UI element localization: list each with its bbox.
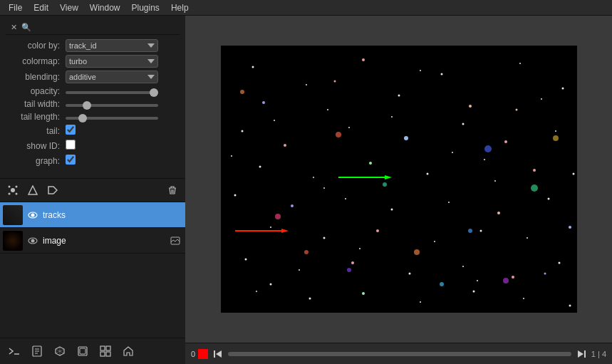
svg-point-37 [462, 123, 464, 125]
tracks-visibility-toggle[interactable] [26, 208, 40, 222]
tail-width-slider[interactable] [66, 104, 158, 107]
menu-file[interactable]: File [3, 1, 28, 14]
image-thumbnail [3, 231, 23, 251]
console-button[interactable] [4, 341, 24, 361]
labels-tool-button[interactable] [44, 182, 61, 199]
menu-edit[interactable]: Edit [28, 1, 54, 14]
image-layer-name: image [43, 236, 168, 246]
tail-length-slider[interactable] [66, 117, 158, 120]
svg-point-3 [9, 193, 11, 195]
opacity-slider[interactable] [66, 91, 158, 94]
svg-point-60 [244, 259, 247, 261]
menu-view[interactable]: View [54, 1, 84, 14]
menu-plugins[interactable]: Plugins [126, 1, 165, 14]
svg-point-64 [462, 266, 464, 267]
svg-point-33 [241, 130, 243, 132]
svg-rect-21 [221, 46, 577, 313]
close-icon[interactable]: ✕ [9, 22, 19, 32]
playback-bar: 0 1 | 4 [185, 343, 612, 364]
layer-tracks[interactable]: tracks [0, 202, 185, 228]
svg-point-53 [270, 227, 271, 228]
svg-point-8 [31, 239, 35, 242]
svg-point-88 [336, 132, 341, 137]
svg-point-75 [494, 180, 496, 182]
svg-point-95 [553, 135, 559, 141]
svg-point-31 [469, 105, 472, 108]
menu-help[interactable]: Help [165, 1, 195, 14]
tail-checkbox[interactable] [66, 125, 76, 135]
home-button[interactable] [118, 341, 138, 361]
svg-point-84 [269, 284, 271, 286]
tail-length-label: tail length: [9, 112, 66, 122]
galaxy-svg [221, 46, 577, 313]
current-frame-label: 0 [191, 350, 195, 358]
grid-button[interactable] [95, 341, 115, 361]
svg-point-23 [306, 84, 307, 85]
canvas-area[interactable] [185, 16, 612, 343]
tracks-layer-name: tracks [43, 210, 182, 220]
svg-point-44 [484, 159, 485, 160]
svg-point-27 [561, 88, 564, 90]
svg-point-50 [448, 202, 450, 203]
svg-point-80 [452, 152, 453, 153]
svg-point-90 [275, 214, 281, 219]
notebook-button[interactable] [27, 341, 47, 361]
svg-rect-20 [106, 352, 110, 356]
progress-track[interactable] [228, 352, 571, 356]
svg-point-40 [259, 166, 261, 168]
svg-point-38 [504, 140, 507, 143]
svg-point-52 [547, 198, 549, 200]
svg-rect-17 [100, 346, 105, 350]
svg-point-68 [308, 298, 311, 300]
points-tool-button[interactable] [4, 182, 21, 199]
layers-button[interactable] [73, 341, 93, 361]
svg-point-62 [351, 261, 354, 264]
svg-point-66 [558, 262, 560, 264]
svg-point-70 [420, 301, 421, 303]
svg-point-69 [362, 292, 365, 295]
svg-point-30 [398, 95, 400, 97]
svg-point-59 [569, 226, 571, 229]
svg-point-39 [555, 130, 556, 132]
svg-point-28 [262, 101, 265, 104]
frame-count: 1 | 4 [591, 350, 606, 358]
cube-button[interactable] [50, 341, 70, 361]
svg-point-74 [333, 80, 336, 83]
svg-point-32 [541, 98, 542, 100]
blending-select[interactable]: additive translucent opaque [66, 71, 158, 83]
properties-toolbar: ✕ 🔍 [6, 20, 180, 35]
step-back-button[interactable] [211, 347, 225, 361]
color-by-select[interactable]: track_id uniform label [66, 39, 158, 52]
show-id-checkbox[interactable] [66, 140, 76, 150]
tracks-thumbnail [3, 205, 23, 225]
svg-rect-106 [584, 350, 586, 358]
svg-point-91 [531, 184, 538, 192]
svg-point-4 [16, 193, 18, 195]
skip-to-end-button[interactable] [574, 347, 588, 361]
stop-button[interactable] [198, 349, 208, 359]
svg-point-63 [408, 273, 410, 275]
colormap-select[interactable]: turbo viridis plasma [66, 55, 158, 68]
svg-point-93 [347, 268, 351, 272]
svg-point-22 [251, 66, 254, 68]
svg-point-100 [440, 282, 444, 286]
svg-point-46 [234, 194, 236, 197]
tail-width-label: tail width: [9, 99, 66, 109]
svg-point-45 [533, 169, 536, 172]
delete-layer-button[interactable] [164, 182, 181, 199]
svg-point-82 [515, 109, 517, 111]
shapes-tool-button[interactable] [24, 182, 41, 199]
search-icon[interactable]: 🔍 [21, 22, 31, 32]
svg-point-56 [434, 241, 435, 242]
svg-point-79 [572, 173, 574, 175]
bottom-toolbar [0, 338, 185, 364]
menu-window[interactable]: Window [84, 1, 126, 14]
image-visibility-toggle[interactable] [26, 234, 40, 248]
svg-point-71 [472, 291, 474, 293]
svg-point-6 [31, 213, 35, 217]
layer-image[interactable]: image [0, 228, 185, 254]
graph-checkbox[interactable] [66, 155, 76, 165]
svg-point-41 [313, 177, 314, 178]
svg-point-25 [440, 73, 442, 76]
svg-rect-18 [106, 346, 110, 350]
